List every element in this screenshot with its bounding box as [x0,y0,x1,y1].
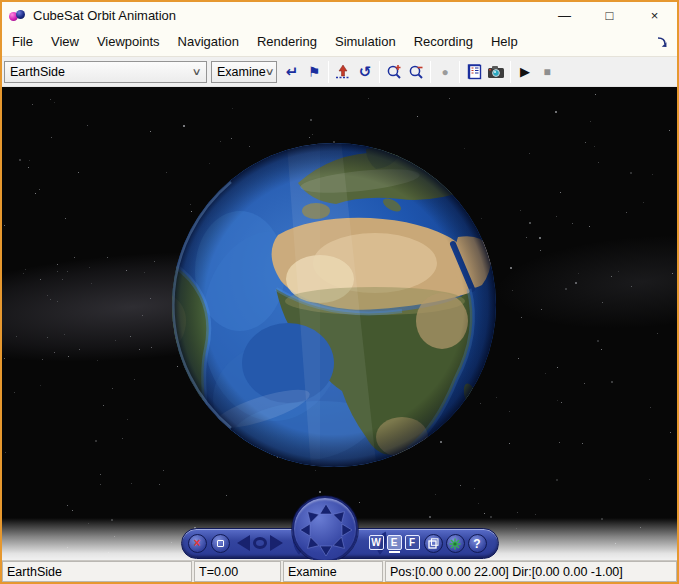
toolbar-separator [379,61,380,83]
star [95,440,97,442]
star [78,172,79,173]
examine-mode-button[interactable]: E [387,535,402,550]
star [585,142,586,143]
star [54,102,55,103]
star [5,452,6,453]
straighten-up-button[interactable] [332,61,354,83]
play-simulation-button[interactable]: ▶ [514,61,536,83]
star [226,495,227,496]
stop-icon: ■ [543,65,550,79]
viewpoint-select[interactable]: EarthSide ∨ [4,61,207,83]
minimize-square-icon [217,540,224,547]
menu-rendering[interactable]: Rendering [248,29,326,55]
zoom-in-icon [386,63,403,80]
menu-navigation[interactable]: Navigation [169,29,248,55]
viewpoint-oval-icon[interactable] [253,537,267,549]
fly-mode-button[interactable]: F [405,535,420,550]
star [529,222,531,224]
menu-help[interactable]: Help [482,29,527,55]
walk-mode-button[interactable]: W [369,535,384,550]
close-button[interactable]: × [632,2,677,28]
maximize-button[interactable]: □ [587,2,632,28]
star [72,510,73,511]
star [40,385,41,386]
star [29,160,30,161]
star [584,383,585,384]
status-camera-pose: Pos:[0.00 0.00 22.00] Dir:[0.00 0.00 -1.… [385,561,677,582]
star [28,167,29,168]
window-title: CubeSat Orbit Animation [33,8,176,23]
toolbar-separator [328,61,329,83]
menu-recording[interactable]: Recording [405,29,482,55]
undo-move-button[interactable]: ↺ [354,61,376,83]
straighten-view-button[interactable] [424,534,443,553]
menubar: File View Viewpoints Navigation Renderin… [2,28,677,57]
star [556,216,557,217]
zoom-in-button[interactable] [383,61,405,83]
dock-arrow-icon[interactable] [656,36,668,48]
capture-frame-button[interactable] [463,61,485,83]
wheel-arrows-icon [296,500,356,560]
capture-camera-button[interactable] [485,61,507,83]
star [669,130,670,131]
menu-view[interactable]: View [42,29,88,55]
menu-file[interactable]: File [3,29,42,55]
star [474,488,475,489]
panel-right-buttons: ? [424,534,487,553]
earth-globe [170,141,498,469]
star [598,162,599,163]
menu-viewpoints[interactable]: Viewpoints [88,29,169,55]
star [518,358,519,359]
navigation-wheel[interactable] [292,496,358,560]
star [643,202,644,203]
star [649,479,650,480]
star [595,94,596,95]
star [478,503,479,504]
zoom-out-icon [408,63,425,80]
status-nav-mode: Examine [283,561,383,582]
panel-help-button[interactable]: ? [468,534,487,553]
app-icon-navy-sphere [16,10,25,19]
app-window: CubeSat Orbit Animation — □ × File View … [0,0,679,584]
star [131,483,132,484]
star [166,172,167,173]
star [630,172,632,174]
panel-close-button[interactable]: × [188,534,207,553]
star [39,189,40,190]
star [582,443,583,444]
star [590,121,591,122]
headlight-button[interactable] [446,534,465,553]
stop-simulation-button[interactable]: ■ [536,61,558,83]
star [359,502,360,503]
star [50,99,51,100]
star [51,137,52,138]
star [309,137,310,138]
star [122,438,123,439]
navmode-select[interactable]: Examine ∨ [211,61,277,83]
zoom-out-button[interactable] [405,61,427,83]
previous-viewpoint-arrow[interactable] [237,535,250,551]
star [650,407,651,408]
star [535,514,536,515]
create-viewpoint-button[interactable]: ⚑ [303,61,325,83]
navigation-panel: × W E F [181,528,499,559]
star [626,212,627,213]
star [509,443,510,444]
star [100,484,101,485]
record-icon: ● [441,65,448,79]
status-viewpoint: EarthSide [2,561,192,582]
star [35,193,36,194]
panel-minimize-button[interactable] [211,534,230,553]
star [103,405,104,406]
return-to-viewpoint-button[interactable]: ↵ [281,61,303,83]
star [509,411,510,412]
record-button[interactable]: ● [434,61,456,83]
menu-simulation[interactable]: Simulation [326,29,405,55]
star [652,174,653,175]
star [65,218,66,219]
star [460,485,461,486]
star [163,470,164,471]
minimize-button[interactable]: — [542,2,587,28]
viewport-3d[interactable]: × W E F [2,87,677,560]
next-viewpoint-arrow[interactable] [270,535,283,551]
